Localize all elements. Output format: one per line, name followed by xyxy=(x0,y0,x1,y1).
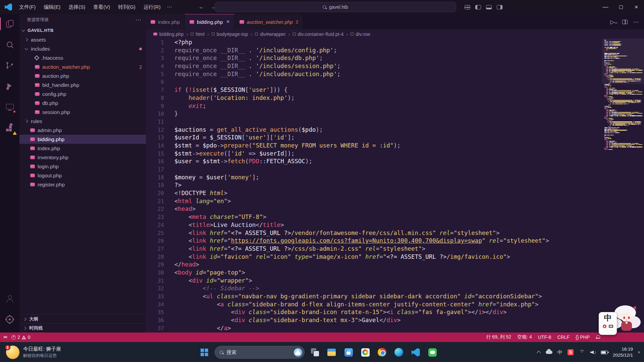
file-bid-handler-php[interactable]: bid_handler.php xyxy=(19,80,146,89)
more-actions-icon[interactable]: ⋯ xyxy=(633,19,639,25)
activity-explorer[interactable] xyxy=(0,14,19,34)
code-line[interactable]: 9 exit; xyxy=(146,102,644,110)
cursor-position[interactable]: 行 69, 列 52 xyxy=(486,334,511,340)
volume-icon[interactable] xyxy=(590,350,596,355)
code-line[interactable]: 22<head> xyxy=(146,205,644,213)
breadcrumb-item-bidding-php[interactable]: bidding.php xyxy=(153,32,183,37)
code-editor[interactable]: 1<?php2require_once __DIR__ . '/includes… xyxy=(146,39,644,333)
ime-keyboard-icon[interactable] xyxy=(609,325,613,328)
menubar-item-s[interactable]: 选择(S) xyxy=(65,2,89,12)
close-button[interactable]: × xyxy=(629,0,644,14)
code-line[interactable]: 18$money = $user['money']; xyxy=(146,174,644,182)
menubar-item-g[interactable]: 转到(G) xyxy=(114,2,139,12)
code-line[interactable]: 26 <link href="https://fonts.googleapis.… xyxy=(146,237,644,245)
code-line[interactable]: 13$userId = $_SESSION['user']['id']; xyxy=(146,134,644,142)
activity-source-control[interactable] xyxy=(0,56,19,75)
activity-account[interactable] xyxy=(0,289,19,308)
code-line[interactable]: 14$stmt = $pdo->prepare("SELECT money FR… xyxy=(146,142,644,150)
wifi-icon[interactable] xyxy=(579,350,585,355)
code-line[interactable]: 12$auctions = get_all_active_auctions($p… xyxy=(146,126,644,134)
eol-sequence[interactable]: CRLF xyxy=(557,335,570,340)
toggle-secondary-sidebar-icon[interactable] xyxy=(497,5,502,9)
code-line[interactable]: 36 <div class="sidebar-brand-text mx-3">… xyxy=(146,316,644,324)
notifications-bell-icon[interactable] xyxy=(596,335,600,339)
code-line[interactable]: 4require_once __DIR__ . '/includes/sessi… xyxy=(146,62,644,70)
file-auction-php[interactable]: auction.php xyxy=(19,71,146,80)
activity-search[interactable] xyxy=(0,35,19,54)
taskbar-app-store[interactable] xyxy=(341,345,356,359)
folder-rules[interactable]: rules xyxy=(19,117,146,126)
taskbar-app-edge[interactable] xyxy=(392,345,406,359)
tab-bidding-php[interactable]: bidding.php× xyxy=(185,14,235,29)
folder-assets[interactable]: assets xyxy=(19,35,146,44)
code-line[interactable]: 23 <meta charset="UTF-8"> xyxy=(146,213,644,221)
explorer-more-actions-button[interactable]: ⋯ xyxy=(136,16,141,23)
file-db-php[interactable]: db.php xyxy=(19,99,146,108)
code-line[interactable]: 7if (!isset($_SESSION['user'])) { xyxy=(146,86,644,94)
close-icon[interactable]: × xyxy=(226,18,230,25)
code-line[interactable]: 19?> xyxy=(146,181,644,189)
code-line[interactable]: 17 xyxy=(146,166,644,174)
code-line[interactable]: 37 </a> xyxy=(146,324,644,333)
menubar-item-e[interactable]: 编辑(E) xyxy=(40,2,64,12)
menubar-item-f[interactable]: 文件(F) xyxy=(15,2,39,12)
taskbar-app-wechat[interactable] xyxy=(425,345,439,359)
code-line[interactable]: 33 <ul class="navbar-nav bg-gradient-pri… xyxy=(146,293,644,301)
code-line[interactable]: 15$stmt->execute(['id' => $userId]); xyxy=(146,150,644,158)
sogou-ime-icon[interactable]: S xyxy=(568,349,574,355)
code-line[interactable]: 30<body id="page-top"> xyxy=(146,269,644,277)
maximize-button[interactable] xyxy=(613,0,629,14)
code-line[interactable]: 10} xyxy=(146,110,644,118)
ime-panel[interactable]: 中 xyxy=(599,312,617,335)
file-auction-watcher-php[interactable]: auction_watcher.php2 xyxy=(19,62,146,71)
code-line[interactable]: 20<!DOCTYPE html> xyxy=(146,189,644,197)
ime-red-icon[interactable] xyxy=(603,324,606,328)
code-line[interactable]: 1<?php xyxy=(146,39,644,47)
notification-center-dot[interactable] xyxy=(638,351,640,353)
taskbar-app-task-view[interactable] xyxy=(308,345,322,359)
code-line[interactable]: 31 <div id="wrapper"> xyxy=(146,277,644,285)
code-line[interactable]: 25 <link href="<?= ASSETS_URL ?>/vendor/… xyxy=(146,229,644,237)
file-inventory-php[interactable]: inventory.php xyxy=(19,153,146,162)
code-line[interactable]: 35 <div class="sidebar-brand-icon rotate… xyxy=(146,308,644,316)
taskbar-app-vscode[interactable] xyxy=(409,345,423,359)
breadcrumb-item-html[interactable]: html xyxy=(191,32,204,37)
ime-mode-label[interactable]: 中 xyxy=(604,314,612,322)
taskbar-app-photos[interactable] xyxy=(358,345,372,359)
ime-tray-indicator[interactable]: 中 xyxy=(557,349,562,356)
file-config-php[interactable]: config.php xyxy=(19,89,146,99)
breadcrumb-item-div-container-fluid-pt-4[interactable]: div.container-fluid.pt-4 xyxy=(293,32,344,37)
file-register-php[interactable]: register.php xyxy=(19,180,146,189)
minimize-button[interactable]: — xyxy=(598,0,613,14)
file-logout-php[interactable]: logout.php xyxy=(19,171,146,180)
file-login-php[interactable]: login.php xyxy=(19,162,146,171)
customize-layout-icon[interactable] xyxy=(465,5,470,9)
battery-icon[interactable] xyxy=(601,351,608,354)
breadcrumb-item-div-wrapper[interactable]: div#wrapper xyxy=(255,32,285,37)
code-line[interactable]: 32 <!-- Sidebar --> xyxy=(146,285,644,293)
file-session-php[interactable]: session.php xyxy=(19,108,146,117)
file-index-php[interactable]: index.php xyxy=(19,144,146,153)
code-line[interactable]: 6 xyxy=(146,78,644,86)
split-editor-icon[interactable] xyxy=(622,20,628,24)
language-mode[interactable]: {} PHP xyxy=(576,335,590,340)
problems-indicator[interactable]: 2 0 xyxy=(11,335,31,340)
back-arrow-icon[interactable]: ← xyxy=(199,4,204,10)
menubar-item-v[interactable]: 查看(V) xyxy=(90,2,114,12)
indentation[interactable]: 空格: 4 xyxy=(517,334,532,340)
activity-run-debug[interactable] xyxy=(0,76,19,96)
section-[interactable]: 大纲 xyxy=(19,314,146,323)
hidden-icons-chevron[interactable] xyxy=(537,351,541,355)
widgets-button[interactable]: 1 今日最旺: 狮子座 解锁你的每日运势 xyxy=(3,342,64,362)
menubar-item-r[interactable]: 运行(R) xyxy=(140,2,164,12)
project-section-header[interactable]: GAVEL.HTB xyxy=(19,25,146,35)
remote-indicator[interactable]: >< xyxy=(3,335,7,340)
minimap-slider[interactable] xyxy=(602,39,644,84)
tab-auction-watcher-php[interactable]: auction_watcher.php2 xyxy=(235,14,303,29)
activity-remote-explorer[interactable] xyxy=(0,97,19,117)
code-line[interactable]: 3require_once __DIR__ . '/includes/db.ph… xyxy=(146,54,644,62)
taskbar-search[interactable]: 搜索 xyxy=(215,346,305,359)
encoding[interactable]: UTF-8 xyxy=(538,335,551,340)
code-line[interactable]: 11 xyxy=(146,118,644,126)
taskbar-app-chrome[interactable] xyxy=(375,345,389,359)
